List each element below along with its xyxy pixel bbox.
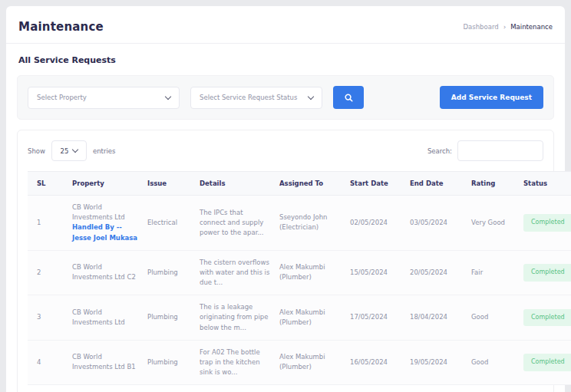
chevron-down-icon [308, 93, 314, 99]
cell-start-date: 15/05/2024 [345, 250, 405, 295]
cell-property: CB World Investments Ltd [68, 295, 143, 341]
main-panel: Maintenance Dashboard › Maintenance All … [6, 6, 565, 392]
service-requests-table: SL Property Issue Details Assigned To St… [28, 171, 571, 385]
cell-start-date: 16/05/2024 [345, 340, 405, 385]
show-label: Show [28, 147, 45, 155]
cell-assigned-to: Alex Makumbi (Plumber) [275, 340, 345, 385]
show-entries: Show 25 entries [28, 140, 115, 161]
chevron-down-icon [165, 93, 171, 99]
table-search: Search: [427, 140, 543, 161]
property-select[interactable]: Select Property [28, 87, 180, 109]
cell-end-date: 18/04/2024 [405, 295, 467, 341]
property-text: CB World Investments Ltd [72, 308, 125, 326]
cell-sl: 3 [28, 295, 68, 341]
cell-start-date: 17/05/2024 [345, 295, 405, 341]
entries-label: entries [93, 147, 115, 155]
page-size-value: 25 [61, 147, 69, 155]
cell-status: Completed [519, 295, 571, 341]
col-property: Property [68, 172, 143, 196]
col-sl: SL [28, 172, 68, 196]
status-badge: Completed [523, 354, 571, 371]
search-icon [344, 93, 354, 103]
col-details: Details [195, 172, 275, 196]
filter-bar: Select Property Select Service Request S… [17, 75, 554, 120]
breadcrumb-separator: › [503, 23, 507, 31]
table-row: 3 CB World Investments Ltd Plumbing The … [28, 295, 571, 341]
property-text: CB World Investments Ltd [72, 203, 125, 221]
cell-issue: Plumbing [143, 250, 195, 295]
table-row: 4 CB World Investments Ltd B1 Plumbing F… [28, 340, 571, 385]
cell-assigned-to: Sseyondo John (Electrician) [275, 196, 345, 251]
table-row: 2 CB World Investments Ltd C2 Plumbing T… [28, 250, 571, 295]
cell-assigned-to: Alex Makumbi (Plumber) [275, 295, 345, 341]
cell-assigned-to: Alex Makumbi (Plumber) [275, 250, 345, 295]
col-start-date: Start Date [345, 172, 405, 196]
breadcrumb-current: Maintenance [510, 23, 553, 31]
cell-property: CB World Investments Ltd Handled By -- J… [68, 196, 143, 251]
property-select-value: Select Property [37, 94, 87, 101]
table-controls: Show 25 entries Search: [28, 140, 543, 161]
cell-start-date: 02/05/2024 [345, 196, 405, 251]
cell-property: CB World Investments Ltd C2 [68, 250, 143, 295]
cell-end-date: 20/05/2024 [405, 250, 467, 295]
cell-rating: Very Good [467, 196, 519, 251]
table-body: 1 CB World Investments Ltd Handled By --… [28, 196, 571, 385]
table-row: 1 CB World Investments Ltd Handled By --… [28, 196, 571, 251]
breadcrumb-dashboard-link[interactable]: Dashboard [464, 23, 499, 31]
cell-rating: Good [467, 295, 519, 341]
cell-status: Completed [519, 196, 571, 251]
cell-issue: Electrical [143, 196, 195, 251]
cell-sl: 2 [28, 250, 68, 295]
col-end-date: End Date [405, 172, 467, 196]
property-text: CB World Investments Ltd C2 [72, 263, 136, 281]
cell-end-date: 03/05/2024 [405, 196, 467, 251]
status-badge: Completed [523, 264, 571, 281]
col-issue: Issue [143, 172, 195, 196]
cell-issue: Plumbing [143, 340, 195, 385]
status-badge: Completed [523, 309, 571, 326]
search-label: Search: [427, 147, 452, 155]
cell-issue: Plumbing [143, 295, 195, 341]
cell-sl: 1 [28, 196, 68, 251]
col-status: Status [519, 172, 571, 196]
cell-details: The cistern overflows with water and thi… [195, 250, 275, 295]
search-button[interactable] [333, 86, 364, 109]
breadcrumb: Dashboard › Maintenance [464, 23, 553, 31]
cell-sl: 4 [28, 340, 68, 385]
add-service-request-button[interactable]: Add Service Request [440, 86, 543, 109]
property-text: CB World Investments Ltd B1 [72, 353, 136, 371]
table-search-input[interactable] [457, 140, 543, 161]
page-header: Maintenance Dashboard › Maintenance [17, 14, 554, 43]
section-title: All Service Requests [18, 55, 553, 65]
col-rating: Rating [467, 172, 519, 196]
status-select[interactable]: Select Service Request Status [190, 87, 322, 109]
page-size-select[interactable]: 25 [51, 140, 87, 161]
cell-end-date: 19/05/2024 [405, 340, 467, 385]
cell-status: Completed [519, 340, 571, 385]
header-divider [6, 43, 565, 44]
cell-status: Completed [519, 250, 571, 295]
col-assigned-to: Assigned To [275, 172, 345, 196]
cell-details: For A02 The bottle trap in the kitchen s… [195, 340, 275, 385]
status-badge: Completed [523, 214, 571, 231]
cell-details: The IPCs that connect and supply power t… [195, 196, 275, 251]
table-header-row: SL Property Issue Details Assigned To St… [28, 172, 571, 196]
cell-details: The is a leakage originating from pipe b… [195, 295, 275, 341]
cell-rating: Fair [467, 250, 519, 295]
cell-property: CB World Investments Ltd B1 [68, 340, 143, 385]
page-title: Maintenance [18, 20, 104, 34]
handled-by-link[interactable]: Handled By -- Jesse Joel Mukasa [72, 222, 138, 242]
table-card: Show 25 entries Search: SL Property Issu… [17, 130, 554, 392]
chevron-down-icon [72, 147, 78, 153]
status-select-value: Select Service Request Status [200, 94, 297, 101]
cell-rating: Good [467, 340, 519, 385]
